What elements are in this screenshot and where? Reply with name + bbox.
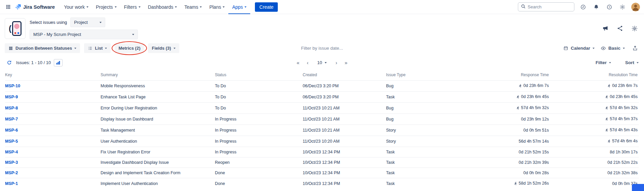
project-select[interactable]: MSP - My Scrum Project	[30, 30, 138, 39]
refresh-icon[interactable]	[5, 59, 13, 66]
issues-table: Key Summary Status Created Issue Type Re…	[5, 70, 639, 189]
chevron-down-icon	[623, 48, 625, 49]
nav-item-plans[interactable]: Plans	[205, 0, 228, 14]
column-header-issue-type[interactable]: Issue Type	[386, 70, 467, 81]
column-header-summary[interactable]: Summary	[101, 70, 215, 81]
running-timer-icon	[516, 95, 520, 100]
calendar-icon	[563, 46, 568, 51]
first-page-button[interactable]	[295, 59, 301, 66]
chevron-down-icon	[223, 6, 225, 8]
app-switcher-icon[interactable]	[4, 3, 12, 11]
select-issues-label: Select issues using	[30, 20, 67, 25]
issue-key-link[interactable]: MSP-4	[5, 150, 18, 154]
search-input[interactable]	[528, 4, 571, 9]
nav-item-apps[interactable]: Apps	[228, 0, 250, 14]
issue-summary: Enhance Task List Page	[101, 92, 215, 103]
resolution-time: 0d 23h 6m 45s	[610, 94, 638, 99]
search-box	[518, 2, 574, 11]
issue-status: Done	[215, 178, 303, 189]
jira-logo[interactable]: Jira Software	[14, 4, 55, 10]
settings-icon[interactable]	[618, 3, 627, 11]
metrics-button[interactable]: Metrics (2)	[115, 43, 144, 53]
issue-summary: Investigate Dashboard Display Issue	[101, 157, 215, 168]
table-row: MSP-9 Enhance Task List Page To Do 06/De…	[5, 92, 639, 103]
running-timer-icon	[514, 182, 518, 186]
issue-status: To Do	[215, 81, 303, 92]
pagination: 10	[295, 59, 349, 66]
chevron-down-icon	[139, 6, 141, 8]
issue-key-link[interactable]: MSP-5	[5, 139, 18, 144]
fields-button[interactable]: Fields (3)	[148, 43, 179, 53]
issue-status: To Do	[215, 92, 303, 103]
nav-item-filters[interactable]: Filters	[120, 0, 144, 14]
next-page-button[interactable]	[334, 59, 339, 66]
column-header-status[interactable]: Status	[215, 70, 303, 81]
toolbar-right: Calendar Basic	[563, 44, 639, 52]
discover-icon[interactable]	[579, 3, 588, 11]
grid-icon	[8, 46, 13, 51]
sort-dropdown[interactable]: Sort	[625, 60, 639, 65]
issue-key-link[interactable]: MSP-3	[5, 160, 18, 165]
table-row: MSP-6 Task Management In Progress 11/Oct…	[5, 125, 639, 136]
create-button[interactable]: Create	[255, 2, 278, 12]
nav-item-dashboards[interactable]: Dashboards	[144, 0, 181, 14]
table-row: MSP-7 Display Issue on Dashboard In Prog…	[5, 114, 639, 125]
last-page-button[interactable]	[343, 59, 349, 66]
share-icon[interactable]	[615, 24, 624, 33]
issue-key-link[interactable]: MSP-10	[5, 84, 20, 88]
chart-view-button[interactable]	[54, 59, 63, 66]
chevron-down-icon	[244, 6, 247, 8]
response-time: 0d 23h 6m 45s	[521, 94, 549, 99]
app-header-actions	[601, 24, 639, 33]
search-icon	[521, 4, 526, 10]
issue-date-filter-input[interactable]	[268, 46, 376, 51]
resolution-time: 0d 23h 6m 7s	[612, 83, 638, 88]
calendar-select[interactable]: Calendar	[563, 46, 595, 51]
response-time: 0d 0h 0m 28s	[523, 171, 549, 175]
column-header-resolution-time[interactable]: Resolution Time	[550, 70, 639, 81]
view-mode-select[interactable]: List	[84, 43, 111, 53]
results-right: Filter Sort	[596, 60, 639, 65]
help-icon[interactable]: ?	[605, 3, 614, 11]
report-type-select[interactable]: Duration Between Statuses	[5, 43, 80, 53]
issue-key-link[interactable]: MSP-8	[5, 106, 18, 110]
issue-created: 11/Oct/23 10:21 AM	[303, 103, 386, 114]
notifications-icon[interactable]	[592, 3, 601, 11]
chevron-down-icon	[115, 6, 117, 8]
svg-text:?: ?	[609, 6, 610, 9]
issue-key-link[interactable]: MSP-2	[5, 171, 18, 175]
feedback-megaphone-icon[interactable]	[601, 24, 610, 33]
export-icon[interactable]	[631, 44, 639, 52]
filter-dropdown[interactable]: Filter	[596, 60, 611, 65]
nav-item-projects[interactable]: Projects	[92, 0, 120, 14]
column-header-key[interactable]: Key	[5, 70, 101, 81]
chevron-down-icon	[100, 22, 102, 23]
avatar[interactable]	[631, 3, 640, 11]
page-size-select[interactable]: 10	[314, 59, 329, 66]
issue-source-select[interactable]: Project	[70, 17, 105, 27]
nav-item-teams[interactable]: Teams	[181, 0, 205, 14]
issue-created: 11/Oct/23 10:21 AM	[303, 114, 386, 125]
column-header-created[interactable]: Created	[303, 70, 386, 81]
display-mode-select[interactable]: Basic	[601, 46, 625, 51]
chevron-down-icon	[325, 62, 327, 63]
floating-widget-button[interactable]	[632, 184, 644, 191]
previous-page-button[interactable]	[305, 59, 310, 66]
column-header-response-time[interactable]: Response Time	[467, 70, 550, 81]
issue-key-link[interactable]: MSP-9	[5, 95, 18, 99]
nav-item-your-work[interactable]: Your work	[60, 0, 92, 14]
phone-icon	[12, 21, 22, 36]
app-settings-gear-icon[interactable]	[630, 24, 639, 33]
response-time: 0d 21h 32m 39s	[519, 160, 549, 165]
issue-type: Task	[386, 168, 467, 178]
running-timer-icon	[516, 106, 520, 111]
issue-key-link[interactable]: MSP-7	[5, 117, 18, 122]
jira-report-page: Jira Software Your work Projects Filters…	[0, 0, 644, 191]
table-row: MSP-2 Design and Implement Task Creation…	[5, 168, 639, 178]
issue-status: In Progress	[215, 136, 303, 147]
resolution-time: 0d 21h 32m 38s	[607, 171, 638, 175]
chevron-down-icon	[593, 48, 595, 49]
chevron-down-icon	[637, 62, 639, 63]
issue-key-link[interactable]: MSP-6	[5, 128, 18, 133]
issue-key-link[interactable]: MSP-1	[5, 181, 18, 186]
